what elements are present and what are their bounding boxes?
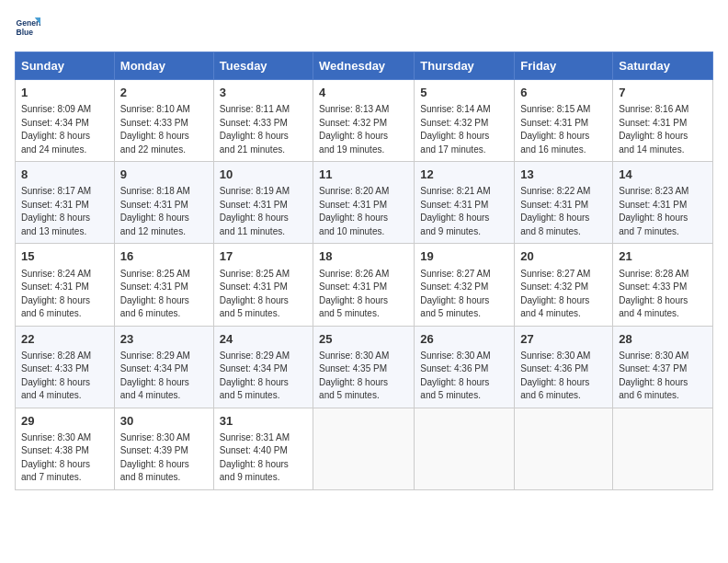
col-header-thursday: Thursday xyxy=(415,52,515,80)
cell-content: Sunrise: 8:17 AM Sunset: 4:31 PM Dayligh… xyxy=(21,185,108,238)
cell-content: Sunrise: 8:18 AM Sunset: 4:31 PM Dayligh… xyxy=(120,185,208,238)
cell-content: Sunrise: 8:10 AM Sunset: 4:33 PM Dayligh… xyxy=(120,103,208,156)
day-number: 18 xyxy=(319,248,408,265)
calendar-cell: 22Sunrise: 8:28 AM Sunset: 4:33 PM Dayli… xyxy=(16,326,115,408)
cell-content: Sunrise: 8:22 AM Sunset: 4:31 PM Dayligh… xyxy=(520,185,607,238)
cell-content: Sunrise: 8:27 AM Sunset: 4:32 PM Dayligh… xyxy=(420,268,508,321)
cell-content: Sunrise: 8:09 AM Sunset: 4:34 PM Dayligh… xyxy=(21,103,108,156)
calendar-cell: 3Sunrise: 8:11 AM Sunset: 4:33 PM Daylig… xyxy=(213,80,313,162)
col-header-sunday: Sunday xyxy=(16,52,115,80)
col-header-tuesday: Tuesday xyxy=(213,52,313,80)
col-header-monday: Monday xyxy=(114,52,213,80)
calendar-cell xyxy=(613,408,713,489)
day-number: 28 xyxy=(619,331,707,348)
calendar-cell: 8Sunrise: 8:17 AM Sunset: 4:31 PM Daylig… xyxy=(16,162,115,244)
calendar-cell: 19Sunrise: 8:27 AM Sunset: 4:32 PM Dayli… xyxy=(415,244,515,326)
logo-icon: General Blue xyxy=(15,15,40,40)
calendar-cell: 4Sunrise: 8:13 AM Sunset: 4:32 PM Daylig… xyxy=(313,80,415,162)
cell-content: Sunrise: 8:25 AM Sunset: 4:31 PM Dayligh… xyxy=(220,268,307,321)
col-header-friday: Friday xyxy=(515,52,613,80)
calendar-cell: 30Sunrise: 8:30 AM Sunset: 4:39 PM Dayli… xyxy=(114,408,213,489)
calendar-cell: 24Sunrise: 8:29 AM Sunset: 4:34 PM Dayli… xyxy=(213,326,313,408)
calendar-cell: 31Sunrise: 8:31 AM Sunset: 4:40 PM Dayli… xyxy=(213,408,313,489)
day-number: 5 xyxy=(420,85,508,101)
cell-content: Sunrise: 8:27 AM Sunset: 4:32 PM Dayligh… xyxy=(520,268,607,321)
calendar-cell: 25Sunrise: 8:30 AM Sunset: 4:35 PM Dayli… xyxy=(313,326,415,408)
cell-content: Sunrise: 8:24 AM Sunset: 4:31 PM Dayligh… xyxy=(21,268,108,321)
calendar-cell: 16Sunrise: 8:25 AM Sunset: 4:31 PM Dayli… xyxy=(114,244,213,326)
calendar-cell: 29Sunrise: 8:30 AM Sunset: 4:38 PM Dayli… xyxy=(16,408,115,489)
cell-content: Sunrise: 8:30 AM Sunset: 4:36 PM Dayligh… xyxy=(420,350,508,403)
svg-text:Blue: Blue xyxy=(17,28,34,37)
cell-content: Sunrise: 8:30 AM Sunset: 4:36 PM Dayligh… xyxy=(520,350,607,403)
day-number: 9 xyxy=(120,167,208,183)
cell-content: Sunrise: 8:30 AM Sunset: 4:37 PM Dayligh… xyxy=(619,350,707,403)
day-number: 3 xyxy=(220,85,307,101)
cell-content: Sunrise: 8:28 AM Sunset: 4:33 PM Dayligh… xyxy=(21,350,108,403)
cell-content: Sunrise: 8:14 AM Sunset: 4:32 PM Dayligh… xyxy=(420,103,508,156)
cell-content: Sunrise: 8:30 AM Sunset: 4:35 PM Dayligh… xyxy=(319,350,408,403)
day-number: 8 xyxy=(21,167,108,183)
calendar-cell: 9Sunrise: 8:18 AM Sunset: 4:31 PM Daylig… xyxy=(114,162,213,244)
day-number: 20 xyxy=(520,248,607,265)
calendar-cell: 14Sunrise: 8:23 AM Sunset: 4:31 PM Dayli… xyxy=(613,162,713,244)
calendar-cell: 18Sunrise: 8:26 AM Sunset: 4:31 PM Dayli… xyxy=(313,244,415,326)
day-number: 27 xyxy=(520,331,607,348)
cell-content: Sunrise: 8:30 AM Sunset: 4:38 PM Dayligh… xyxy=(21,431,108,485)
calendar-cell: 21Sunrise: 8:28 AM Sunset: 4:33 PM Dayli… xyxy=(613,244,713,326)
cell-content: Sunrise: 8:20 AM Sunset: 4:31 PM Dayligh… xyxy=(319,185,408,238)
day-number: 7 xyxy=(619,85,707,101)
calendar-cell: 28Sunrise: 8:30 AM Sunset: 4:37 PM Dayli… xyxy=(613,326,713,408)
cell-content: Sunrise: 8:29 AM Sunset: 4:34 PM Dayligh… xyxy=(220,350,307,403)
calendar-cell: 13Sunrise: 8:22 AM Sunset: 4:31 PM Dayli… xyxy=(515,162,613,244)
calendar-cell: 17Sunrise: 8:25 AM Sunset: 4:31 PM Dayli… xyxy=(213,244,313,326)
cell-content: Sunrise: 8:25 AM Sunset: 4:31 PM Dayligh… xyxy=(120,268,208,321)
day-number: 23 xyxy=(120,331,208,348)
cell-content: Sunrise: 8:28 AM Sunset: 4:33 PM Dayligh… xyxy=(619,268,707,321)
calendar-cell xyxy=(515,408,613,489)
calendar-cell xyxy=(313,408,415,489)
calendar-cell: 26Sunrise: 8:30 AM Sunset: 4:36 PM Dayli… xyxy=(415,326,515,408)
day-number: 13 xyxy=(520,167,607,183)
day-number: 10 xyxy=(220,167,307,183)
cell-content: Sunrise: 8:15 AM Sunset: 4:31 PM Dayligh… xyxy=(520,103,607,156)
day-number: 22 xyxy=(21,331,108,348)
day-number: 1 xyxy=(21,85,108,101)
day-number: 19 xyxy=(420,248,508,265)
cell-content: Sunrise: 8:21 AM Sunset: 4:31 PM Dayligh… xyxy=(420,185,508,238)
calendar-cell xyxy=(415,408,515,489)
cell-content: Sunrise: 8:19 AM Sunset: 4:31 PM Dayligh… xyxy=(220,185,307,238)
day-number: 16 xyxy=(120,248,208,265)
day-number: 6 xyxy=(520,85,607,101)
calendar-cell: 5Sunrise: 8:14 AM Sunset: 4:32 PM Daylig… xyxy=(415,80,515,162)
day-number: 15 xyxy=(21,248,108,265)
day-number: 17 xyxy=(220,248,307,265)
calendar-cell: 15Sunrise: 8:24 AM Sunset: 4:31 PM Dayli… xyxy=(16,244,115,326)
calendar-table: SundayMondayTuesdayWednesdayThursdayFrid… xyxy=(15,52,713,490)
day-number: 26 xyxy=(420,331,508,348)
day-number: 21 xyxy=(619,248,707,265)
calendar-cell: 12Sunrise: 8:21 AM Sunset: 4:31 PM Dayli… xyxy=(415,162,515,244)
day-number: 29 xyxy=(21,413,108,430)
cell-content: Sunrise: 8:23 AM Sunset: 4:31 PM Dayligh… xyxy=(619,185,707,238)
logo: General Blue xyxy=(15,15,40,40)
cell-content: Sunrise: 8:11 AM Sunset: 4:33 PM Dayligh… xyxy=(220,103,307,156)
cell-content: Sunrise: 8:30 AM Sunset: 4:39 PM Dayligh… xyxy=(120,431,208,485)
page-header: General Blue xyxy=(15,15,713,40)
cell-content: Sunrise: 8:16 AM Sunset: 4:31 PM Dayligh… xyxy=(619,103,707,156)
day-number: 2 xyxy=(120,85,208,101)
svg-text:General: General xyxy=(17,18,40,28)
calendar-cell: 11Sunrise: 8:20 AM Sunset: 4:31 PM Dayli… xyxy=(313,162,415,244)
day-number: 31 xyxy=(220,413,307,430)
calendar-cell: 7Sunrise: 8:16 AM Sunset: 4:31 PM Daylig… xyxy=(613,80,713,162)
calendar-cell: 1Sunrise: 8:09 AM Sunset: 4:34 PM Daylig… xyxy=(16,80,115,162)
day-number: 14 xyxy=(619,167,707,183)
day-number: 24 xyxy=(220,331,307,348)
day-number: 12 xyxy=(420,167,508,183)
calendar-cell: 23Sunrise: 8:29 AM Sunset: 4:34 PM Dayli… xyxy=(114,326,213,408)
day-number: 4 xyxy=(319,85,408,101)
calendar-cell: 2Sunrise: 8:10 AM Sunset: 4:33 PM Daylig… xyxy=(114,80,213,162)
calendar-cell: 27Sunrise: 8:30 AM Sunset: 4:36 PM Dayli… xyxy=(515,326,613,408)
calendar-cell: 10Sunrise: 8:19 AM Sunset: 4:31 PM Dayli… xyxy=(213,162,313,244)
col-header-wednesday: Wednesday xyxy=(313,52,415,80)
